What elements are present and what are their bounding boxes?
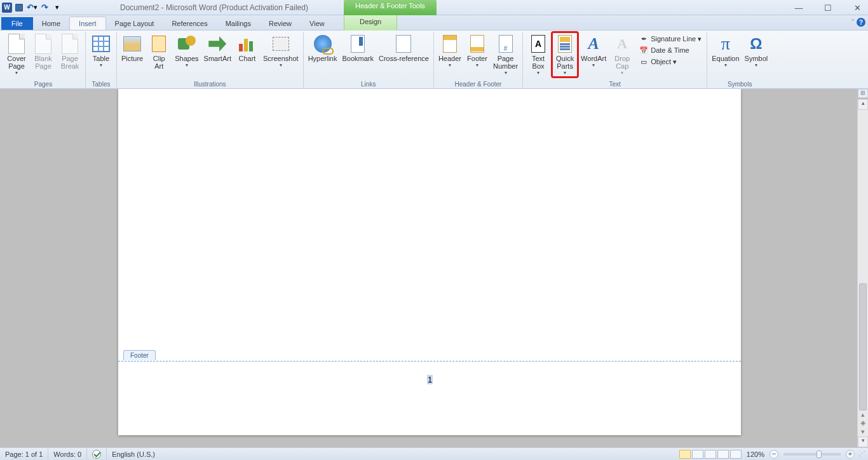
scroll-thumb[interactable]	[859, 283, 867, 410]
help-icon[interactable]: ?	[857, 18, 865, 27]
chart-button[interactable]: Chart	[234, 32, 260, 64]
quick-parts-button[interactable]: QuickParts▾	[552, 32, 578, 77]
minimize-button[interactable]: —	[789, 1, 808, 14]
status-spellcheck[interactable]	[87, 448, 107, 460]
status-words[interactable]: Words: 0	[48, 448, 87, 460]
cover-page-button[interactable]: CoverPage▾	[4, 32, 29, 77]
chevron-down-icon: ▾	[564, 70, 566, 76]
status-language[interactable]: English (U.S.)	[107, 448, 160, 460]
group-label: Text	[526, 80, 704, 88]
group-label: Symbols	[710, 80, 770, 88]
zoom-slider-thumb[interactable]	[817, 450, 822, 458]
tab-home[interactable]: Home	[33, 17, 69, 30]
ruler-toggle[interactable]: ⊞	[858, 89, 868, 98]
zoom-out-button[interactable]: −	[770, 450, 778, 459]
maximize-button[interactable]: ☐	[818, 1, 837, 14]
chevron-down-icon: ▾	[537, 70, 539, 76]
object-icon: ▭	[639, 57, 649, 67]
group-label: Tables	[88, 80, 114, 88]
bookmark-button[interactable]: Bookmark	[340, 32, 376, 64]
shapes-icon	[178, 36, 196, 52]
blank-page-button[interactable]: BlankPage	[31, 32, 56, 71]
header-button[interactable]: Header▾	[437, 32, 463, 69]
chevron-down-icon: ▾	[476, 62, 478, 68]
full-screen-view-button[interactable]	[692, 450, 703, 459]
undo-button[interactable]: ↶▾	[26, 2, 37, 13]
group-tables: Table▾ Tables	[86, 32, 117, 88]
table-icon	[92, 36, 110, 52]
tab-page-layout[interactable]: Page Layout	[106, 17, 163, 30]
drop-cap-button[interactable]: ADropCap▾	[609, 32, 635, 77]
scroll-down-button[interactable]: ▾	[858, 436, 868, 447]
resize-grip-icon: ⋰	[858, 450, 865, 458]
smartart-button[interactable]: SmartArt	[202, 32, 233, 64]
tab-references[interactable]: References	[163, 17, 216, 30]
save-icon	[15, 4, 23, 11]
document-area[interactable]: Footer 1	[0, 89, 868, 447]
tab-view[interactable]: View	[301, 17, 334, 30]
group-links: Hyperlink Bookmark Cross-reference Links	[304, 32, 434, 88]
close-button[interactable]: ✕	[848, 1, 867, 14]
wordart-icon: A	[588, 34, 599, 53]
group-label: Links	[306, 80, 431, 88]
qat-customize-button[interactable]: ▾	[51, 2, 63, 13]
symbol-button[interactable]: ΩSymbol▾	[743, 32, 770, 69]
equation-button[interactable]: πEquation▾	[710, 32, 741, 69]
cross-reference-icon	[396, 35, 411, 53]
wordart-button[interactable]: AWordArt▾	[579, 32, 608, 69]
page-number-button[interactable]: #PageNumber▾	[491, 32, 520, 77]
draft-view-button[interactable]	[730, 450, 742, 459]
zoom-level[interactable]: 120%	[747, 450, 764, 458]
print-layout-view-button[interactable]	[679, 450, 691, 459]
date-time-button[interactable]: 📅Date & Time	[637, 44, 703, 56]
tab-mailings[interactable]: Mailings	[217, 17, 260, 30]
text-box-icon: A	[531, 35, 545, 53]
zoom-in-button[interactable]: +	[846, 450, 855, 459]
save-button[interactable]	[13, 2, 25, 13]
footer-region-tab[interactable]: Footer	[123, 350, 156, 360]
signature-line-button[interactable]: ✒Signature Line▾	[637, 33, 703, 44]
spellcheck-icon	[92, 450, 101, 459]
redo-button[interactable]: ↷	[39, 2, 50, 13]
page-break-button[interactable]: PageBreak	[57, 32, 83, 71]
ribbon-minimize-button[interactable]: ˇ	[851, 18, 854, 26]
drop-cap-icon: A	[617, 36, 627, 52]
chevron-down-icon: ▾	[100, 62, 102, 68]
vertical-scrollbar[interactable]: ▴ ▴ ◈ ▾ ▾	[857, 99, 868, 447]
status-page[interactable]: Page: 1 of 1	[0, 448, 48, 460]
chevron-down-icon: ▾	[449, 62, 451, 68]
next-page-button[interactable]: ▾	[861, 428, 865, 436]
footer-page-number-field[interactable]: 1	[427, 375, 433, 384]
smartart-icon	[208, 36, 226, 51]
clip-art-button[interactable]: ClipArt	[146, 32, 172, 71]
tab-file[interactable]: File	[1, 17, 33, 30]
group-text: ATextBox▾ QuickParts▾ AWordArt▾ ADropCap…	[523, 32, 707, 88]
document-page[interactable]: Footer 1	[118, 89, 741, 435]
scroll-up-button[interactable]: ▴	[858, 99, 868, 110]
text-box-button[interactable]: ATextBox▾	[526, 32, 551, 77]
hyperlink-button[interactable]: Hyperlink	[306, 32, 339, 64]
shapes-button[interactable]: Shapes▾	[173, 32, 200, 69]
outline-view-button[interactable]	[717, 450, 729, 459]
quick-parts-icon	[558, 35, 572, 53]
prev-page-button[interactable]: ▴	[861, 410, 865, 419]
tab-insert[interactable]: Insert	[69, 17, 106, 30]
quick-access-toolbar: ↶▾ ↷ ▾	[13, 2, 63, 13]
screenshot-button[interactable]: Screenshot▾	[261, 32, 301, 69]
chevron-down-icon: ▾	[698, 35, 702, 43]
status-bar: Page: 1 of 1 Words: 0 English (U.S.) 120…	[0, 447, 868, 460]
picture-button[interactable]: Picture	[119, 32, 145, 64]
select-browse-object[interactable]: ◈	[860, 419, 865, 427]
chevron-down-icon: ▾	[15, 70, 18, 76]
web-layout-view-button[interactable]	[705, 450, 716, 459]
tab-design[interactable]: Design	[344, 15, 397, 28]
object-button[interactable]: ▭Object▾	[637, 56, 703, 67]
table-button[interactable]: Table▾	[88, 32, 114, 69]
footer-boundary	[118, 361, 741, 362]
chevron-down-icon: ▾	[55, 3, 59, 11]
cross-reference-button[interactable]: Cross-reference	[377, 32, 431, 64]
contextual-tab-header: Header & Footer Tools	[344, 0, 437, 15]
footer-button[interactable]: Footer▾	[465, 32, 490, 69]
zoom-slider[interactable]	[783, 453, 841, 456]
tab-review[interactable]: Review	[260, 17, 301, 30]
